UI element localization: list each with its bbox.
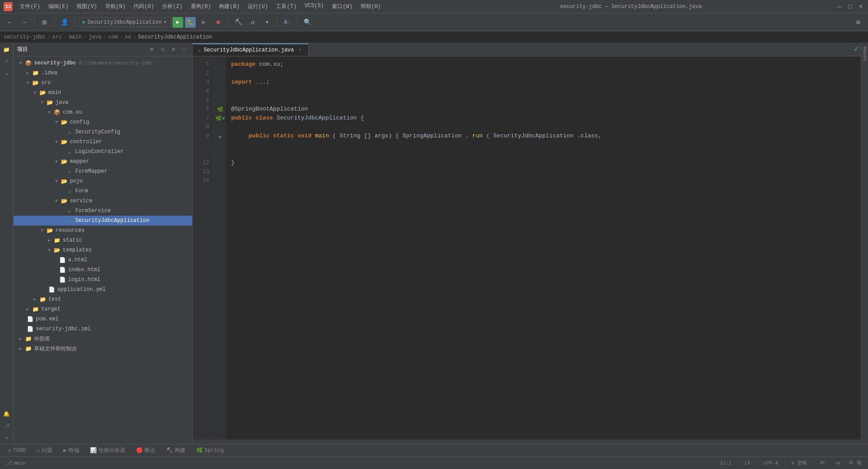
debug-button[interactable]: 🐛 <box>185 17 196 28</box>
tree-item-idea[interactable]: ▶ 📁 .idea <box>13 68 192 78</box>
status-line-col[interactable]: 12:1 <box>717 460 734 467</box>
status-indent[interactable]: 4 空格 <box>789 459 810 467</box>
tree-item-form[interactable]: ☕ Form <box>13 186 192 196</box>
tree-item-controller[interactable]: ▼ 📂 controller <box>13 137 192 147</box>
coverage-button[interactable]: ▶ <box>198 16 210 29</box>
maven-sidebar[interactable]: Maven <box>861 43 868 444</box>
menu-build[interactable]: 构建(B) <box>215 2 243 11</box>
project-view-icon[interactable]: 📁 <box>2 45 12 55</box>
menu-edit[interactable]: 编辑(E) <box>45 2 73 11</box>
status-encoding[interactable]: UTF-8 <box>761 460 781 467</box>
footer-tab-build[interactable]: 🔨 构建 <box>162 446 190 455</box>
menu-nav[interactable]: 导航(N) <box>102 2 129 11</box>
menu-help[interactable]: 帮助(H) <box>357 2 385 11</box>
run-button[interactable]: ▶ <box>172 17 183 28</box>
tree-item-resources[interactable]: ▼ 📂 resources <box>13 226 192 235</box>
services-icon[interactable]: ☁ <box>2 68 12 78</box>
recent-files-button[interactable]: ⊞ <box>38 16 51 29</box>
tree-item-loginhtml[interactable]: 📄 login.html <box>13 275 192 285</box>
tree-item-java[interactable]: ▼ 📂 java <box>13 98 192 107</box>
tab-close-button[interactable]: × <box>296 47 303 53</box>
user-icon[interactable]: 👤 <box>58 16 71 29</box>
breadcrumb-main[interactable]: main <box>69 34 82 40</box>
menu-run[interactable]: 运行(U) <box>244 2 272 11</box>
status-git[interactable]: ⎇ main <box>4 459 28 467</box>
status-extra1[interactable]: ·ю <box>831 460 842 467</box>
tree-item-logincontroller[interactable]: ☕ LoginController <box>13 147 192 157</box>
tree-item-target[interactable]: ▶ 📁 target <box>13 304 192 314</box>
menu-code[interactable]: 代码(O) <box>130 2 158 11</box>
tree-item-config[interactable]: ▼ 📂 config <box>13 117 192 127</box>
maximize-button[interactable]: □ <box>847 3 854 10</box>
status-line-sep[interactable]: LF <box>742 460 753 467</box>
horizontal-scrollbar[interactable] <box>193 439 861 444</box>
tree-item-indexhtml[interactable]: 📄 index.html <box>13 265 192 275</box>
close-button[interactable]: × <box>857 3 864 10</box>
breadcrumb-security-jdbc[interactable]: security-jdbc <box>4 34 46 40</box>
footer-tab-spring[interactable]: 🌿 Spring <box>192 446 228 455</box>
gutter-9-run[interactable]: ▶ <box>215 132 226 141</box>
code-content[interactable]: package com.xu; import ...; @SpringBootA… <box>226 56 861 439</box>
gutter-7-run-icon[interactable]: ▶ <box>223 115 225 121</box>
footer-tab-problems[interactable]: ⚠ 问题 <box>32 446 57 455</box>
footer-tab-profiler[interactable]: 📊 性能分析器 <box>86 446 130 455</box>
build-button[interactable]: 🔨 <box>232 16 245 29</box>
reload-button[interactable]: ↺ <box>246 16 259 29</box>
tree-item-pomxml[interactable]: 📄 pom.xml <box>13 314 192 324</box>
panel-hide-icon[interactable]: — <box>180 45 189 54</box>
tree-item-test[interactable]: ▶ 📁 test <box>13 294 192 304</box>
more-button[interactable]: ▾ <box>261 16 273 29</box>
tree-item-iml[interactable]: 📄 security-jdbc.iml <box>13 324 192 334</box>
tree-item-securityconfig[interactable]: ☕ SecurityConfig <box>13 127 192 137</box>
tree-item-formmapper[interactable]: ☕ FormMapper <box>13 166 192 176</box>
menu-tools[interactable]: 工具(T) <box>272 2 300 11</box>
editor-tab-main[interactable]: ☕ SecurityJdbcApplication.java × <box>193 43 309 56</box>
tree-item-securityjdbcapplication[interactable]: ☕ SecurityJdbcApplication <box>13 216 192 226</box>
panel-sort-icon[interactable]: ≡ <box>158 45 167 54</box>
menu-refactor[interactable]: 重构(R) <box>187 2 215 11</box>
menu-vcs[interactable]: VCS(S) <box>301 2 327 11</box>
stop-button[interactable]: ■ <box>212 16 224 29</box>
footer-tab-breakpoints[interactable]: 🔴 断点 <box>132 446 160 455</box>
status-lang[interactable]: 中 <box>817 459 828 467</box>
breadcrumb-com[interactable]: com <box>108 34 118 40</box>
tree-item-applicationyml[interactable]: 📄 application.yml <box>13 285 192 294</box>
back-button[interactable]: ← <box>4 16 16 29</box>
translate-button[interactable]: A→ <box>281 16 293 29</box>
menu-file[interactable]: 文件(F) <box>16 2 44 11</box>
code-editor[interactable]: 1 2 3 4 5 6 7 8 9 12 13 14 🌿 <box>193 56 861 439</box>
notifications-icon[interactable]: 🔔 <box>2 409 12 419</box>
panel-settings-icon[interactable]: ⚙ <box>169 45 178 54</box>
tree-item-scratch[interactable]: ▶ 📁 草稿文件和控制台 <box>13 344 192 354</box>
bookmark-icon[interactable]: ★ <box>2 432 12 442</box>
tree-item-static[interactable]: ▶ 📁 static <box>13 235 192 245</box>
menu-view[interactable]: 视图(V) <box>73 2 101 11</box>
tree-item-service[interactable]: ▼ 📂 service <box>13 196 192 206</box>
footer-tab-terminal[interactable]: ▶ 终端 <box>59 446 83 455</box>
tree-item-main[interactable]: ▼ 📂 main <box>13 88 192 98</box>
tree-item-external-lib[interactable]: ▶ 📁 外部库 <box>13 334 192 344</box>
breadcrumb-xu[interactable]: xu <box>125 34 131 40</box>
status-extra2[interactable]: 半 简 <box>846 459 864 467</box>
breadcrumb-src[interactable]: src <box>52 34 62 40</box>
minimize-button[interactable]: — <box>836 3 843 10</box>
breadcrumb-class[interactable]: SecurityJdbcApplication <box>138 34 212 40</box>
search-button[interactable]: 🔍 <box>301 16 314 29</box>
git-icon[interactable]: ⎇ <box>2 421 12 431</box>
tree-item-templates[interactable]: ▼ 📂 templates <box>13 245 192 255</box>
tree-item-comxu[interactable]: ▼ 📦 com.xu <box>13 107 192 117</box>
tree-item-formservice[interactable]: ☕ FormService <box>13 206 192 216</box>
tree-item-ahtml[interactable]: 📄 a.html <box>13 255 192 265</box>
run-config-selector[interactable]: ▶ SecurityJdbcApplication ▾ <box>78 17 171 27</box>
breadcrumb-java[interactable]: java <box>89 34 102 40</box>
settings-button[interactable]: ⚙ <box>852 16 864 29</box>
tree-item-root[interactable]: ▼ 📦 security-jdbc E:\IdeaWork\security-j… <box>13 58 192 68</box>
footer-tab-todo[interactable]: ☑ TODO <box>4 446 30 455</box>
gutter-7-spring-icon[interactable]: 🌿 <box>215 115 222 121</box>
tree-item-mapper[interactable]: ▼ 📂 mapper <box>13 157 192 166</box>
gutter-6-spring[interactable]: 🌿 <box>215 105 226 114</box>
tree-item-pojo[interactable]: ▼ 📂 pojo <box>13 176 192 186</box>
structure-icon[interactable]: ≡ <box>2 56 12 66</box>
panel-expand-icon[interactable]: ⊞ <box>147 45 156 54</box>
menu-window[interactable]: 窗口(W) <box>328 2 356 11</box>
